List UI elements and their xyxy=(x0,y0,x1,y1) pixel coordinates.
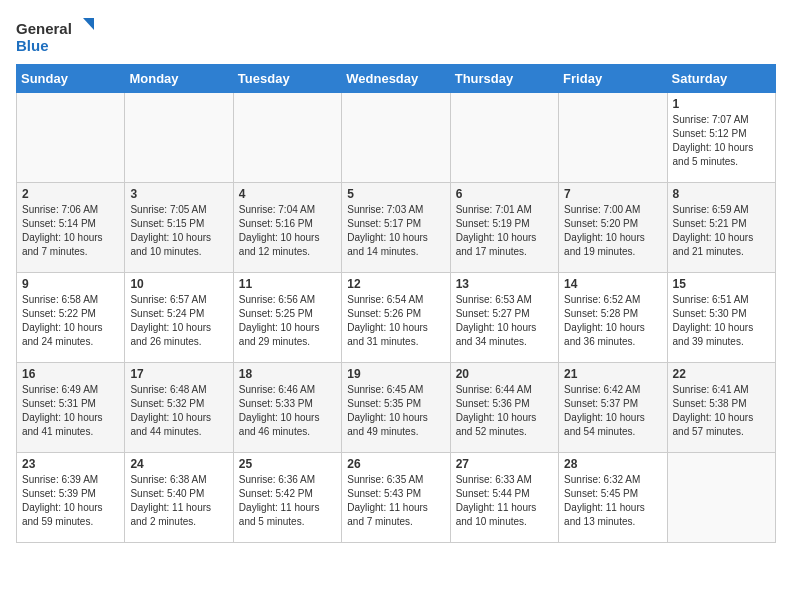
calendar-cell: 8Sunrise: 6:59 AM Sunset: 5:21 PM Daylig… xyxy=(667,183,775,273)
calendar-cell: 10Sunrise: 6:57 AM Sunset: 5:24 PM Dayli… xyxy=(125,273,233,363)
day-number: 12 xyxy=(347,277,444,291)
day-info: Sunrise: 7:07 AM Sunset: 5:12 PM Dayligh… xyxy=(673,113,770,169)
day-info: Sunrise: 6:32 AM Sunset: 5:45 PM Dayligh… xyxy=(564,473,661,529)
calendar-cell: 25Sunrise: 6:36 AM Sunset: 5:42 PM Dayli… xyxy=(233,453,341,543)
column-header-tuesday: Tuesday xyxy=(233,65,341,93)
day-info: Sunrise: 6:44 AM Sunset: 5:36 PM Dayligh… xyxy=(456,383,553,439)
day-info: Sunrise: 6:57 AM Sunset: 5:24 PM Dayligh… xyxy=(130,293,227,349)
day-number: 1 xyxy=(673,97,770,111)
day-number: 23 xyxy=(22,457,119,471)
calendar-cell: 1Sunrise: 7:07 AM Sunset: 5:12 PM Daylig… xyxy=(667,93,775,183)
calendar-cell: 27Sunrise: 6:33 AM Sunset: 5:44 PM Dayli… xyxy=(450,453,558,543)
day-info: Sunrise: 6:53 AM Sunset: 5:27 PM Dayligh… xyxy=(456,293,553,349)
day-number: 2 xyxy=(22,187,119,201)
calendar-cell: 21Sunrise: 6:42 AM Sunset: 5:37 PM Dayli… xyxy=(559,363,667,453)
day-info: Sunrise: 7:04 AM Sunset: 5:16 PM Dayligh… xyxy=(239,203,336,259)
calendar-cell: 22Sunrise: 6:41 AM Sunset: 5:38 PM Dayli… xyxy=(667,363,775,453)
day-info: Sunrise: 6:49 AM Sunset: 5:31 PM Dayligh… xyxy=(22,383,119,439)
day-number: 21 xyxy=(564,367,661,381)
day-info: Sunrise: 6:35 AM Sunset: 5:43 PM Dayligh… xyxy=(347,473,444,529)
calendar-week-row: 23Sunrise: 6:39 AM Sunset: 5:39 PM Dayli… xyxy=(17,453,776,543)
calendar-cell: 15Sunrise: 6:51 AM Sunset: 5:30 PM Dayli… xyxy=(667,273,775,363)
logo-svg: General Blue xyxy=(16,16,96,56)
calendar-cell xyxy=(667,453,775,543)
calendar-cell: 16Sunrise: 6:49 AM Sunset: 5:31 PM Dayli… xyxy=(17,363,125,453)
calendar-cell: 28Sunrise: 6:32 AM Sunset: 5:45 PM Dayli… xyxy=(559,453,667,543)
page-header: General Blue xyxy=(16,16,776,56)
day-number: 16 xyxy=(22,367,119,381)
calendar-cell: 23Sunrise: 6:39 AM Sunset: 5:39 PM Dayli… xyxy=(17,453,125,543)
calendar-cell: 12Sunrise: 6:54 AM Sunset: 5:26 PM Dayli… xyxy=(342,273,450,363)
day-number: 20 xyxy=(456,367,553,381)
calendar-week-row: 1Sunrise: 7:07 AM Sunset: 5:12 PM Daylig… xyxy=(17,93,776,183)
day-info: Sunrise: 6:51 AM Sunset: 5:30 PM Dayligh… xyxy=(673,293,770,349)
column-header-sunday: Sunday xyxy=(17,65,125,93)
day-info: Sunrise: 6:33 AM Sunset: 5:44 PM Dayligh… xyxy=(456,473,553,529)
calendar-cell xyxy=(17,93,125,183)
day-number: 9 xyxy=(22,277,119,291)
calendar-cell xyxy=(233,93,341,183)
calendar-week-row: 16Sunrise: 6:49 AM Sunset: 5:31 PM Dayli… xyxy=(17,363,776,453)
day-number: 15 xyxy=(673,277,770,291)
day-info: Sunrise: 7:01 AM Sunset: 5:19 PM Dayligh… xyxy=(456,203,553,259)
calendar-cell: 6Sunrise: 7:01 AM Sunset: 5:19 PM Daylig… xyxy=(450,183,558,273)
svg-marker-2 xyxy=(83,18,94,30)
day-number: 28 xyxy=(564,457,661,471)
calendar-cell xyxy=(559,93,667,183)
column-header-friday: Friday xyxy=(559,65,667,93)
day-info: Sunrise: 6:39 AM Sunset: 5:39 PM Dayligh… xyxy=(22,473,119,529)
calendar-cell: 11Sunrise: 6:56 AM Sunset: 5:25 PM Dayli… xyxy=(233,273,341,363)
logo: General Blue xyxy=(16,16,96,56)
day-info: Sunrise: 6:45 AM Sunset: 5:35 PM Dayligh… xyxy=(347,383,444,439)
day-number: 6 xyxy=(456,187,553,201)
day-info: Sunrise: 6:58 AM Sunset: 5:22 PM Dayligh… xyxy=(22,293,119,349)
day-number: 26 xyxy=(347,457,444,471)
calendar-cell: 7Sunrise: 7:00 AM Sunset: 5:20 PM Daylig… xyxy=(559,183,667,273)
day-info: Sunrise: 7:05 AM Sunset: 5:15 PM Dayligh… xyxy=(130,203,227,259)
day-info: Sunrise: 6:46 AM Sunset: 5:33 PM Dayligh… xyxy=(239,383,336,439)
day-number: 10 xyxy=(130,277,227,291)
day-info: Sunrise: 7:03 AM Sunset: 5:17 PM Dayligh… xyxy=(347,203,444,259)
day-number: 11 xyxy=(239,277,336,291)
day-number: 27 xyxy=(456,457,553,471)
column-header-saturday: Saturday xyxy=(667,65,775,93)
day-number: 25 xyxy=(239,457,336,471)
day-number: 4 xyxy=(239,187,336,201)
calendar-cell: 9Sunrise: 6:58 AM Sunset: 5:22 PM Daylig… xyxy=(17,273,125,363)
day-info: Sunrise: 6:59 AM Sunset: 5:21 PM Dayligh… xyxy=(673,203,770,259)
calendar-cell: 13Sunrise: 6:53 AM Sunset: 5:27 PM Dayli… xyxy=(450,273,558,363)
calendar-week-row: 2Sunrise: 7:06 AM Sunset: 5:14 PM Daylig… xyxy=(17,183,776,273)
day-info: Sunrise: 6:52 AM Sunset: 5:28 PM Dayligh… xyxy=(564,293,661,349)
calendar-cell: 4Sunrise: 7:04 AM Sunset: 5:16 PM Daylig… xyxy=(233,183,341,273)
day-info: Sunrise: 6:38 AM Sunset: 5:40 PM Dayligh… xyxy=(130,473,227,529)
day-number: 14 xyxy=(564,277,661,291)
day-number: 8 xyxy=(673,187,770,201)
calendar-cell: 18Sunrise: 6:46 AM Sunset: 5:33 PM Dayli… xyxy=(233,363,341,453)
calendar-cell: 17Sunrise: 6:48 AM Sunset: 5:32 PM Dayli… xyxy=(125,363,233,453)
calendar-cell: 26Sunrise: 6:35 AM Sunset: 5:43 PM Dayli… xyxy=(342,453,450,543)
day-info: Sunrise: 7:00 AM Sunset: 5:20 PM Dayligh… xyxy=(564,203,661,259)
day-info: Sunrise: 6:41 AM Sunset: 5:38 PM Dayligh… xyxy=(673,383,770,439)
calendar-cell: 5Sunrise: 7:03 AM Sunset: 5:17 PM Daylig… xyxy=(342,183,450,273)
calendar-cell: 19Sunrise: 6:45 AM Sunset: 5:35 PM Dayli… xyxy=(342,363,450,453)
day-info: Sunrise: 6:36 AM Sunset: 5:42 PM Dayligh… xyxy=(239,473,336,529)
calendar-cell: 3Sunrise: 7:05 AM Sunset: 5:15 PM Daylig… xyxy=(125,183,233,273)
calendar-cell: 24Sunrise: 6:38 AM Sunset: 5:40 PM Dayli… xyxy=(125,453,233,543)
column-header-monday: Monday xyxy=(125,65,233,93)
calendar-cell: 14Sunrise: 6:52 AM Sunset: 5:28 PM Dayli… xyxy=(559,273,667,363)
calendar-cell: 2Sunrise: 7:06 AM Sunset: 5:14 PM Daylig… xyxy=(17,183,125,273)
svg-text:General: General xyxy=(16,20,72,37)
day-number: 3 xyxy=(130,187,227,201)
day-number: 17 xyxy=(130,367,227,381)
svg-text:Blue: Blue xyxy=(16,37,49,54)
calendar-cell: 20Sunrise: 6:44 AM Sunset: 5:36 PM Dayli… xyxy=(450,363,558,453)
day-number: 24 xyxy=(130,457,227,471)
day-info: Sunrise: 6:54 AM Sunset: 5:26 PM Dayligh… xyxy=(347,293,444,349)
day-number: 13 xyxy=(456,277,553,291)
calendar-table: SundayMondayTuesdayWednesdayThursdayFrid… xyxy=(16,64,776,543)
day-info: Sunrise: 7:06 AM Sunset: 5:14 PM Dayligh… xyxy=(22,203,119,259)
column-header-wednesday: Wednesday xyxy=(342,65,450,93)
column-header-thursday: Thursday xyxy=(450,65,558,93)
calendar-cell xyxy=(342,93,450,183)
calendar-week-row: 9Sunrise: 6:58 AM Sunset: 5:22 PM Daylig… xyxy=(17,273,776,363)
